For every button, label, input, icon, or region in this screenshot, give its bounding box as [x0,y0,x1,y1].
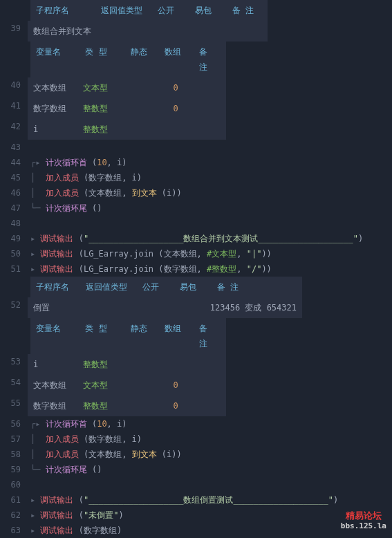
string-literal: "___________________数组合并到文本测试___________… [84,234,358,243]
line-number: 60 [0,477,28,492]
watermark-url: bbs.125.la [341,521,386,531]
line-number: 51 [0,261,28,277]
watermark-title: 精易论坛 [341,510,386,521]
code-line: 46 │ 加入成员 (文本数组, 到文本 (i)) [0,185,392,201]
tree-guide: ┌▸ [30,158,46,167]
var-row: 数字数组 整数型 0 [28,98,226,119]
var-name: 数字数组 [33,101,73,116]
table-row: 子程序名 返回值类型 公开 易包 备 注 [36,279,297,295]
code-line: 39 数组合并到文本 [0,21,392,41]
code-line: 40 文本数组 文本型 0 [0,77,392,98]
loop-tail: 计次循环尾 [46,203,87,213]
line-number: 46 [0,185,28,201]
loop-count: 10 [97,158,106,167]
var-arr: 0 [163,80,188,95]
line-number: 40 [0,77,28,93]
col-vartype: 类 型 [85,44,120,75]
code-line: 54 文本数组 文本型 0 [0,375,392,396]
var-type: 整数型 [83,122,119,137]
code-line: 50 ▸ 调试输出 (LG_Earray.join (文本数组, #文本型, "… [0,246,392,261]
line-number: 42 [0,119,28,134]
var-type: 整数型 [83,101,119,116]
var-name: 文本数组 [33,80,73,95]
sub-name-row: 数组合并到文本 [28,21,268,41]
code-line: 61 ▸ 调试输出 ("___________________数组倒置测试___… [0,492,392,508]
col-array: 数组 [165,44,189,75]
var-header-table-1: 变量名 类 型 静态 数组 备 注 [30,41,226,77]
table-row: 变量名 类 型 静态 数组 备 注 [36,44,221,75]
code-line: 59 └─ 计次循环尾 () [0,462,392,477]
sub-header-table-1: 子程序名 返回值类型 公开 易包 备 注 [30,0,268,21]
col-subname: 子程序名 [36,3,91,18]
line-number: 59 [0,462,28,477]
code-line: 48 [0,216,392,231]
code-line: 42 i 整数型 [0,119,392,140]
col-rettype: 返回值类型 [101,3,148,18]
code-line: 62 ▸ 调试输出 ("未倒置") [0,508,392,523]
code-line: 63 ▸ 调试输出 (数字数组) [0,523,392,538]
hash-type: #整数型 [207,264,236,274]
code-line: 49 ▸ 调试输出 ("___________________数组合并到文本测试… [0,231,392,246]
line-number: 62 [0,508,28,523]
col-varname: 变量名 [36,44,75,75]
code-line: 52 倒置 123456 变成 654321 [0,297,392,318]
line-number: 52 [0,297,28,313]
code-line: 57 │ 加入成员 (数字数组, i) [0,432,392,447]
line-number: 47 [0,201,28,216]
col-remark: 备 注 [232,3,254,18]
line-number: 45 [0,170,28,185]
line-number: 43 [0,140,28,155]
code-line: 60 [0,477,392,492]
code-line: 58 │ 加入成员 (文本数组, 到文本 (i)) [0,447,392,462]
var-row: 数字数组 整数型 0 [28,396,226,416]
hash-type: #文本型 [207,249,236,259]
table-row: 子程序名 返回值类型 公开 易包 备 注 [36,3,262,18]
col-static: 静态 [131,44,156,75]
line-number: 58 [0,447,28,462]
code-line: 51 ▸ 调试输出 (LG_Earray.join (数字数组, #整数型, "… [0,261,392,277]
line-number: 61 [0,492,28,508]
var-row: i 整数型 [28,354,226,375]
var-arr: 0 [163,101,188,116]
call-addmember: 加入成员 [46,188,79,198]
sub-note: 123456 变成 654321 [210,300,297,315]
code-line: 44 ┌▸ 计次循环首 (10, i) [0,155,392,170]
line-number: 41 [0,98,28,113]
line-number: 39 [0,21,28,36]
var-row: 文本数组 文本型 0 [28,77,226,98]
var-row: 文本数组 文本型 0 [28,375,226,396]
line-number: 53 [0,354,28,369]
line-number: 55 [0,396,28,411]
line-number: 48 [0,216,28,231]
code-line: 41 数字数组 整数型 0 [0,98,392,119]
var-type: 文本型 [83,80,119,95]
code-line: 47 └─ 计次循环尾 () [0,201,392,216]
col-remark: 备 注 [199,44,221,75]
line-number: 63 [0,523,28,538]
sub-header-table-2: 子程序名 返回值类型 公开 易包 备 注 [30,277,302,297]
sub-name-row-2: 倒置 123456 变成 654321 [28,297,302,318]
var-header-table-2: 变量名 类 型 静态 数组 备 注 [30,318,226,354]
sub-name: 数组合并到文本 [33,26,91,36]
code-line: 43 [0,140,392,155]
line-number: 44 [0,155,28,170]
call-addmember: 加入成员 [46,173,79,183]
table-row: 变量名 类 型 静态 数组 备 注 [36,321,221,351]
var-name: i [33,122,73,137]
line-number: 49 [0,231,28,246]
code-line: 55 数字数组 整数型 0 [0,396,392,416]
col-epack: 易包 [195,3,223,18]
line-number: 56 [0,416,28,432]
call-totext: 到文本 [132,188,157,198]
sub-name: 倒置 [33,300,50,315]
watermark: 精易论坛 bbs.125.la [341,510,386,531]
col-public: 公开 [158,3,185,18]
line-number: 54 [0,375,28,390]
code-line: 56 ┌▸ 计次循环首 (10, i) [0,416,392,432]
var-row: i 整数型 [28,119,226,140]
code-line: 53 i 整数型 [0,354,392,375]
call-debugout: 调试输出 [40,234,73,243]
loop-head: 计次循环首 [46,158,87,167]
line-number: 50 [0,246,28,261]
code-line: 45 │ 加入成员 (数字数组, i) [0,170,392,185]
